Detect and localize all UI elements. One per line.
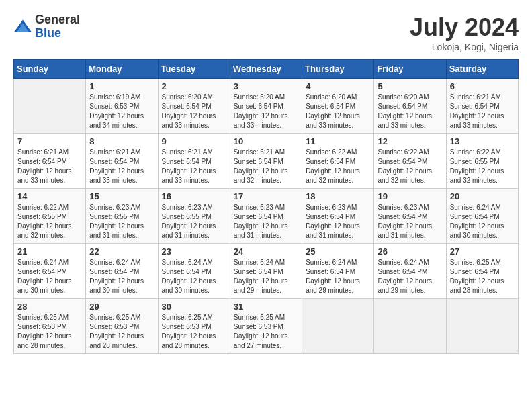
day-cell: 20Sunrise: 6:24 AMSunset: 6:54 PMDayligh… [446,189,518,244]
day-cell: 12Sunrise: 6:22 AMSunset: 6:54 PMDayligh… [374,134,446,189]
day-number: 3 [234,81,298,91]
day-number: 31 [234,302,298,312]
calendar-body: 1Sunrise: 6:19 AMSunset: 6:53 PMDaylight… [14,79,519,354]
page-header: General Blue July 2024 Lokoja, Kogi, Nig… [13,13,519,52]
logo-text: General Blue [35,13,80,40]
header-cell-monday: Monday [86,60,158,79]
calendar-table: SundayMondayTuesdayWednesdayThursdayFrid… [13,59,519,354]
calendar-header: SundayMondayTuesdayWednesdayThursdayFrid… [14,60,519,79]
day-number: 14 [17,191,82,201]
day-info: Sunrise: 6:23 AMSunset: 6:54 PMDaylight:… [378,203,442,240]
day-cell: 22Sunrise: 6:24 AMSunset: 6:54 PMDayligh… [86,244,158,299]
week-row-3: 14Sunrise: 6:22 AMSunset: 6:55 PMDayligh… [14,189,519,244]
day-cell [14,79,86,134]
day-cell: 31Sunrise: 6:25 AMSunset: 6:53 PMDayligh… [230,299,302,354]
day-number: 18 [306,191,370,201]
day-info: Sunrise: 6:20 AMSunset: 6:54 PMDaylight:… [378,93,442,130]
day-info: Sunrise: 6:24 AMSunset: 6:54 PMDaylight:… [234,258,298,295]
day-cell: 23Sunrise: 6:24 AMSunset: 6:54 PMDayligh… [158,244,230,299]
day-cell: 14Sunrise: 6:22 AMSunset: 6:55 PMDayligh… [14,189,86,244]
day-number: 10 [234,136,298,146]
day-number: 22 [89,246,154,257]
day-cell: 4Sunrise: 6:20 AMSunset: 6:54 PMDaylight… [302,79,374,134]
week-row-2: 7Sunrise: 6:21 AMSunset: 6:54 PMDaylight… [14,134,519,189]
day-info: Sunrise: 6:20 AMSunset: 6:54 PMDaylight:… [306,93,370,130]
day-number: 19 [378,191,442,201]
day-cell: 28Sunrise: 6:25 AMSunset: 6:53 PMDayligh… [14,299,86,354]
day-info: Sunrise: 6:22 AMSunset: 6:55 PMDaylight:… [450,148,515,185]
day-cell: 25Sunrise: 6:24 AMSunset: 6:54 PMDayligh… [302,244,374,299]
day-number: 28 [17,302,82,312]
logo-icon [13,17,32,36]
location: Lokoja, Kogi, Nigeria [410,42,519,52]
day-cell: 2Sunrise: 6:20 AMSunset: 6:54 PMDaylight… [158,79,230,134]
day-number: 5 [378,81,442,91]
day-info: Sunrise: 6:25 AMSunset: 6:54 PMDaylight:… [450,258,515,295]
header-cell-sunday: Sunday [14,60,86,79]
day-cell: 10Sunrise: 6:21 AMSunset: 6:54 PMDayligh… [230,134,302,189]
day-cell: 27Sunrise: 6:25 AMSunset: 6:54 PMDayligh… [446,244,518,299]
day-info: Sunrise: 6:22 AMSunset: 6:54 PMDaylight:… [306,148,370,185]
day-info: Sunrise: 6:22 AMSunset: 6:54 PMDaylight:… [378,148,442,185]
day-number: 7 [17,136,82,146]
day-info: Sunrise: 6:20 AMSunset: 6:54 PMDaylight:… [162,93,226,130]
day-number: 23 [162,246,226,257]
day-number: 4 [306,81,370,91]
day-cell: 30Sunrise: 6:25 AMSunset: 6:53 PMDayligh… [158,299,230,354]
day-info: Sunrise: 6:23 AMSunset: 6:55 PMDaylight:… [162,203,226,240]
day-cell [446,299,518,354]
day-info: Sunrise: 6:24 AMSunset: 6:54 PMDaylight:… [306,258,370,295]
day-info: Sunrise: 6:24 AMSunset: 6:54 PMDaylight:… [450,203,515,240]
header-cell-thursday: Thursday [302,60,374,79]
day-number: 9 [162,136,226,146]
day-number: 2 [162,81,226,91]
week-row-1: 1Sunrise: 6:19 AMSunset: 6:53 PMDaylight… [14,79,519,134]
day-info: Sunrise: 6:21 AMSunset: 6:54 PMDaylight:… [162,148,226,185]
header-row: SundayMondayTuesdayWednesdayThursdayFrid… [14,60,519,79]
day-info: Sunrise: 6:21 AMSunset: 6:54 PMDaylight:… [234,148,298,185]
day-info: Sunrise: 6:23 AMSunset: 6:55 PMDaylight:… [89,203,154,240]
header-cell-saturday: Saturday [446,60,518,79]
week-row-5: 28Sunrise: 6:25 AMSunset: 6:53 PMDayligh… [14,299,519,354]
day-cell: 26Sunrise: 6:24 AMSunset: 6:54 PMDayligh… [374,244,446,299]
day-info: Sunrise: 6:23 AMSunset: 6:54 PMDaylight:… [234,203,298,240]
day-info: Sunrise: 6:21 AMSunset: 6:54 PMDaylight:… [17,148,82,185]
day-cell: 17Sunrise: 6:23 AMSunset: 6:54 PMDayligh… [230,189,302,244]
header-cell-tuesday: Tuesday [158,60,230,79]
day-cell: 15Sunrise: 6:23 AMSunset: 6:55 PMDayligh… [86,189,158,244]
day-info: Sunrise: 6:23 AMSunset: 6:54 PMDaylight:… [306,203,370,240]
day-cell: 16Sunrise: 6:23 AMSunset: 6:55 PMDayligh… [158,189,230,244]
day-info: Sunrise: 6:22 AMSunset: 6:55 PMDaylight:… [17,203,82,240]
day-cell: 3Sunrise: 6:20 AMSunset: 6:54 PMDaylight… [230,79,302,134]
month-title: July 2024 [410,13,519,42]
day-cell: 18Sunrise: 6:23 AMSunset: 6:54 PMDayligh… [302,189,374,244]
day-number: 17 [234,191,298,201]
day-cell: 8Sunrise: 6:21 AMSunset: 6:54 PMDaylight… [86,134,158,189]
day-info: Sunrise: 6:24 AMSunset: 6:54 PMDaylight:… [89,258,154,295]
day-number: 6 [450,81,515,91]
header-cell-friday: Friday [374,60,446,79]
day-cell: 11Sunrise: 6:22 AMSunset: 6:54 PMDayligh… [302,134,374,189]
day-number: 1 [89,81,154,91]
day-cell: 19Sunrise: 6:23 AMSunset: 6:54 PMDayligh… [374,189,446,244]
day-info: Sunrise: 6:25 AMSunset: 6:53 PMDaylight:… [162,313,226,351]
day-cell: 1Sunrise: 6:19 AMSunset: 6:53 PMDaylight… [86,79,158,134]
logo: General Blue [13,13,80,40]
day-info: Sunrise: 6:25 AMSunset: 6:53 PMDaylight:… [17,313,82,351]
day-cell: 9Sunrise: 6:21 AMSunset: 6:54 PMDaylight… [158,134,230,189]
day-cell [302,299,374,354]
day-cell: 24Sunrise: 6:24 AMSunset: 6:54 PMDayligh… [230,244,302,299]
day-info: Sunrise: 6:25 AMSunset: 6:53 PMDaylight:… [234,313,298,351]
day-cell [374,299,446,354]
day-number: 20 [450,191,515,201]
day-info: Sunrise: 6:25 AMSunset: 6:53 PMDaylight:… [89,313,154,351]
title-area: July 2024 Lokoja, Kogi, Nigeria [410,13,519,52]
day-info: Sunrise: 6:24 AMSunset: 6:54 PMDaylight:… [162,258,226,295]
day-info: Sunrise: 6:21 AMSunset: 6:54 PMDaylight:… [89,148,154,185]
day-cell: 21Sunrise: 6:24 AMSunset: 6:54 PMDayligh… [14,244,86,299]
day-number: 16 [162,191,226,201]
day-cell: 29Sunrise: 6:25 AMSunset: 6:53 PMDayligh… [86,299,158,354]
day-cell: 6Sunrise: 6:21 AMSunset: 6:54 PMDaylight… [446,79,518,134]
day-cell: 7Sunrise: 6:21 AMSunset: 6:54 PMDaylight… [14,134,86,189]
week-row-4: 21Sunrise: 6:24 AMSunset: 6:54 PMDayligh… [14,244,519,299]
